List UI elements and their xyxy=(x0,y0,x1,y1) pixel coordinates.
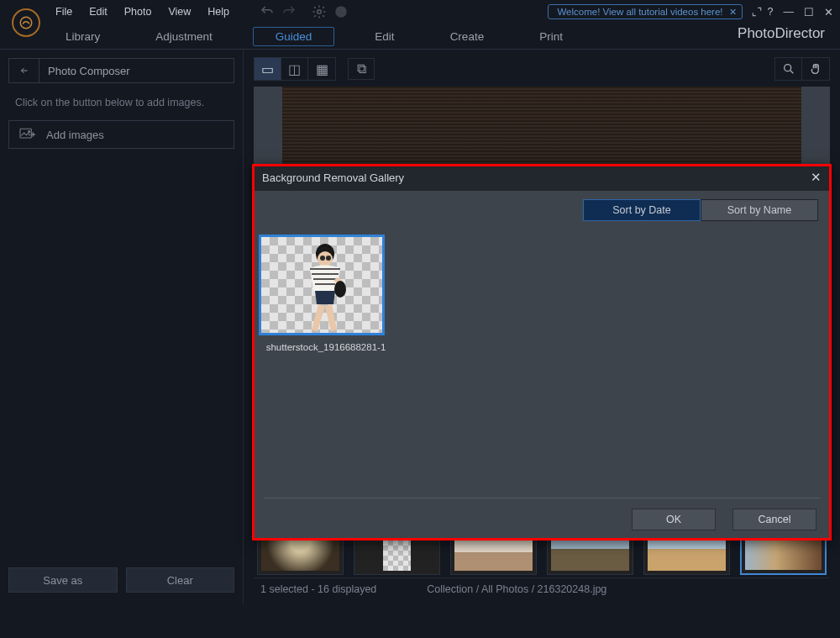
dialog-close-icon[interactable]: ✕ xyxy=(811,170,822,185)
welcome-text: Welcome! View all tutorial videos here! xyxy=(557,7,722,17)
view-mode-single-icon[interactable]: ▭ xyxy=(255,58,281,80)
add-images-button[interactable]: Add images xyxy=(8,120,234,149)
menu-photo[interactable]: Photo xyxy=(116,0,160,24)
tab-adjustment[interactable]: Adjustment xyxy=(140,28,228,45)
side-panel: Photo Composer Click on the button below… xyxy=(0,50,244,604)
tab-create[interactable]: Create xyxy=(435,28,500,45)
gallery-thumbnail xyxy=(259,235,385,335)
panel-title: Photo Composer xyxy=(39,65,130,77)
gallery-caption: shutterstock_1916688281-1 xyxy=(259,342,393,352)
gear-icon[interactable] xyxy=(312,4,327,19)
view-mode-compare-icon[interactable]: ◫ xyxy=(281,58,308,80)
view-toolbar: ▭ ◫ ▦ ⧉ xyxy=(254,56,830,82)
menu-help[interactable]: Help xyxy=(199,0,238,24)
menu-bar: File Edit Photo View Help Welcome! View … xyxy=(0,0,840,24)
welcome-banner[interactable]: Welcome! View all tutorial videos here! … xyxy=(548,4,742,19)
svg-point-5 xyxy=(784,65,790,71)
ok-button[interactable]: OK xyxy=(632,509,716,530)
dialog-title: Background Removal Gallery xyxy=(262,171,404,184)
person-cutout xyxy=(281,240,365,335)
tab-guided[interactable]: Guided xyxy=(253,27,335,46)
status-bar: 1 selected - 16 displayed Collection / A… xyxy=(254,577,830,599)
svg-point-10 xyxy=(334,281,346,298)
back-button[interactable] xyxy=(9,59,39,82)
svg-point-8 xyxy=(320,256,325,261)
cancel-button[interactable]: Cancel xyxy=(732,509,816,530)
menu-edit[interactable]: Edit xyxy=(81,0,116,24)
clear-button[interactable]: Clear xyxy=(126,567,235,593)
close-window-icon[interactable]: ✕ xyxy=(824,6,833,18)
add-images-label: Add images xyxy=(46,129,104,141)
minimize-icon[interactable]: — xyxy=(784,6,795,18)
menu-file[interactable]: File xyxy=(47,0,81,24)
expand-icon[interactable] xyxy=(751,6,763,18)
svg-rect-3 xyxy=(20,129,31,138)
app-name: PhotoDirector xyxy=(738,25,825,42)
pan-hand-icon[interactable] xyxy=(802,58,829,80)
background-removal-dialog: Background Removal Gallery ✕ Sort by Dat… xyxy=(252,164,832,540)
status-count: 1 selected - 16 displayed xyxy=(260,583,376,595)
menu-view[interactable]: View xyxy=(160,0,199,24)
tab-edit[interactable]: Edit xyxy=(360,28,409,45)
svg-point-1 xyxy=(318,10,322,14)
secondary-display-icon[interactable]: ⧉ xyxy=(348,58,375,80)
tab-print[interactable]: Print xyxy=(524,28,578,45)
maximize-icon[interactable]: ☐ xyxy=(804,6,814,18)
dialog-titlebar: Background Removal Gallery ✕ xyxy=(252,164,832,191)
gallery-item[interactable]: shutterstock_1916688281-1 xyxy=(259,235,393,352)
bell-icon[interactable] xyxy=(333,4,349,19)
panel-header: Photo Composer xyxy=(8,58,234,83)
view-mode-grid-icon[interactable]: ▦ xyxy=(308,58,335,80)
sort-by-date-button[interactable]: Sort by Date xyxy=(583,199,701,221)
save-as-button[interactable]: Save as xyxy=(8,567,118,593)
tab-library[interactable]: Library xyxy=(50,28,115,45)
zoom-icon[interactable] xyxy=(775,58,802,80)
help-icon[interactable]: ? xyxy=(768,6,774,18)
mode-tabs: Library Adjustment Guided Edit Create Pr… xyxy=(0,24,840,49)
status-path: Collection / All Photos / 216320248.jpg xyxy=(427,583,606,595)
redo-icon[interactable] xyxy=(281,4,297,19)
close-icon[interactable]: ✕ xyxy=(729,7,737,18)
sort-by-name-button[interactable]: Sort by Name xyxy=(701,199,818,221)
panel-hint: Click on the button below to add images. xyxy=(15,97,229,108)
svg-point-4 xyxy=(29,131,30,133)
svg-point-9 xyxy=(326,256,331,261)
svg-point-2 xyxy=(335,6,347,18)
undo-icon[interactable] xyxy=(260,4,275,19)
